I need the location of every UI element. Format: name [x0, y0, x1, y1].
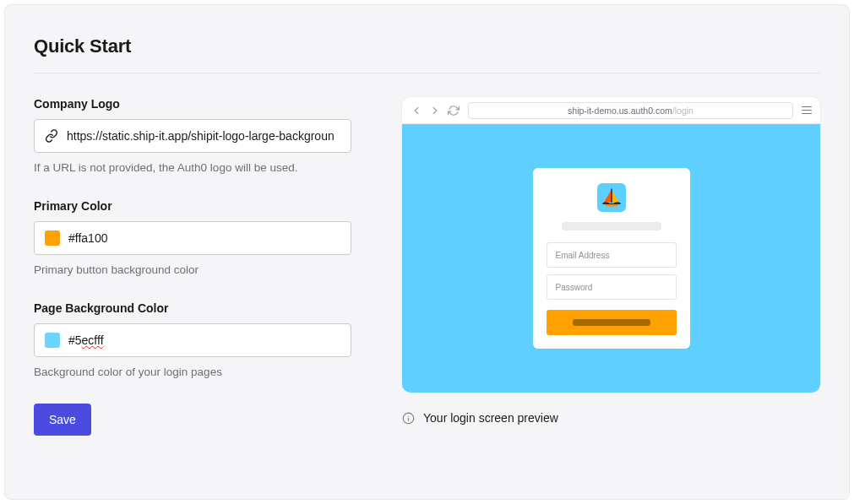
preview-frame: ship-it-demo.us.auth0.com/login	[402, 97, 820, 393]
bg-color-input[interactable]: #5ecfff	[68, 333, 340, 347]
bg-color-field-group: Page Background Color #5ecfff Background…	[34, 301, 351, 378]
url-host: ship-it-demo.us.auth0.com	[568, 106, 672, 116]
save-button[interactable]: Save	[34, 404, 91, 436]
menu-icon[interactable]	[802, 106, 812, 115]
preview-email-input: Email Address	[547, 242, 677, 268]
preview-toolbar: ship-it-demo.us.auth0.com/login	[402, 97, 820, 124]
logo-input-wrap[interactable]	[34, 119, 351, 153]
url-path: /login	[672, 106, 694, 116]
back-icon[interactable]	[411, 105, 422, 117]
primary-color-label: Primary Color	[34, 199, 351, 213]
logo-field-group: Company Logo If a URL is not provided, t…	[34, 97, 351, 174]
primary-color-help: Primary button background color	[34, 263, 351, 276]
bg-color-swatch[interactable]	[45, 333, 60, 348]
preview-login-button	[547, 310, 677, 335]
primary-color-field-group: Primary Color Primary button background …	[34, 199, 351, 276]
sailboat-icon	[600, 186, 623, 209]
refresh-icon[interactable]	[448, 105, 460, 117]
logo-help: If a URL is not provided, the Auth0 logo…	[34, 161, 351, 174]
login-button-label-placeholder	[573, 319, 650, 326]
primary-color-swatch[interactable]	[45, 230, 60, 246]
divider	[34, 73, 820, 73]
preview-password-input: Password	[547, 274, 677, 300]
url-bar[interactable]: ship-it-demo.us.auth0.com/login	[468, 102, 793, 119]
login-card: Email Address Password	[533, 168, 690, 349]
bg-color-label: Page Background Color	[34, 301, 351, 315]
bg-color-input-wrap[interactable]: #5ecfff	[34, 323, 351, 357]
preview-caption: Your login screen preview	[402, 411, 820, 425]
forward-icon[interactable]	[429, 105, 441, 117]
bg-color-help: Background color of your login pages	[34, 366, 351, 378]
logo-label: Company Logo	[34, 97, 351, 111]
bg-color-marked: ecfff	[82, 333, 104, 347]
page-title: Quick Start	[34, 35, 820, 57]
login-logo	[597, 183, 626, 212]
bg-color-prefix: #5	[68, 333, 82, 347]
title-placeholder	[562, 222, 661, 230]
info-icon	[402, 412, 415, 425]
preview-body: Email Address Password	[402, 124, 820, 393]
preview-caption-text: Your login screen preview	[423, 411, 558, 425]
nav-icons	[411, 105, 460, 117]
quick-start-panel: Quick Start Company Logo If a URL is not…	[4, 4, 850, 500]
columns: Company Logo If a URL is not provided, t…	[34, 97, 820, 436]
link-icon	[45, 129, 58, 143]
primary-color-input[interactable]	[68, 231, 340, 245]
svg-rect-0	[611, 189, 612, 203]
primary-color-input-wrap[interactable]	[34, 221, 351, 255]
preview-column: ship-it-demo.us.auth0.com/login	[402, 97, 820, 436]
settings-form: Company Logo If a URL is not provided, t…	[34, 97, 351, 436]
logo-input[interactable]	[67, 129, 340, 143]
